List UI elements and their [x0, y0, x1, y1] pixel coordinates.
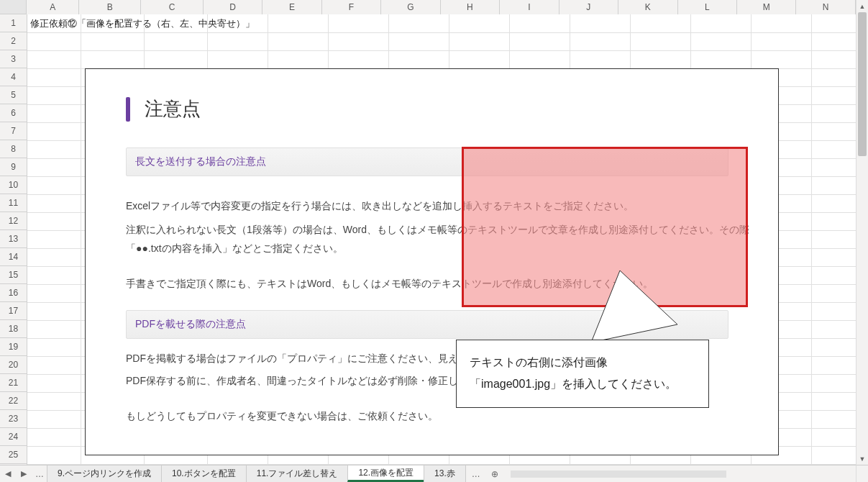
- row-header-12[interactable]: 12: [0, 212, 27, 230]
- row-header-24[interactable]: 24: [0, 428, 27, 446]
- tab-nav-prev[interactable]: ◀: [0, 465, 16, 482]
- column-header-L[interactable]: L: [678, 0, 737, 14]
- callout-leader-line: [591, 270, 706, 350]
- sheet-tab-bar: ◀ ▶ … 9.ページ内リンクを作成10.ボタンを配置11.ファイル差し替え12…: [0, 465, 856, 482]
- row-header-4[interactable]: 4: [0, 68, 27, 86]
- column-header-H[interactable]: H: [441, 0, 500, 14]
- svg-marker-0: [591, 270, 677, 342]
- row-header-3[interactable]: 3: [0, 50, 27, 68]
- row-header-14[interactable]: 14: [0, 248, 27, 266]
- sheet-tab-1[interactable]: 10.ボタンを配置: [161, 465, 247, 482]
- callout-line-1: テキストの右側に添付画像: [470, 352, 695, 373]
- sheet-tab-2[interactable]: 11.ファイル差し替え: [246, 465, 349, 482]
- row-header-18[interactable]: 18: [0, 320, 27, 338]
- cells-canvas[interactable]: 修正依頼⑫「画像を配置する（右、左、中央寄せ）」 注意点 長文を送付する場合の注…: [27, 14, 856, 465]
- row-header-17[interactable]: 17: [0, 302, 27, 320]
- callout-box[interactable]: テキストの右側に添付画像 「image001.jpg」を挿入してください。: [456, 340, 709, 408]
- horizontal-scrollbar[interactable]: [503, 465, 856, 482]
- row-header-16[interactable]: 16: [0, 284, 27, 302]
- add-sheet-button[interactable]: ⊕: [486, 465, 503, 482]
- column-header-I[interactable]: I: [500, 0, 559, 14]
- column-headers: ABCDEFGHIJKLMN: [0, 0, 856, 14]
- row-header-11[interactable]: 11: [0, 194, 27, 212]
- column-header-N[interactable]: N: [796, 0, 855, 14]
- workbook: ABCDEFGHIJKLMN 1234567891011121314151617…: [0, 0, 868, 482]
- column-header-A[interactable]: A: [27, 0, 79, 14]
- doc-heading: 注意点: [126, 96, 757, 122]
- heading-accent-bar: [126, 97, 130, 122]
- row-header-7[interactable]: 7: [0, 122, 27, 140]
- column-header-K[interactable]: K: [618, 0, 677, 14]
- row-header-6[interactable]: 6: [0, 104, 27, 122]
- scroll-thumb[interactable]: [858, 12, 867, 156]
- scroll-track[interactable]: [856, 12, 868, 453]
- column-header-G[interactable]: G: [381, 0, 440, 14]
- heading-text: 注意点: [145, 96, 201, 122]
- column-header-C[interactable]: C: [141, 0, 203, 14]
- gridline-v: [811, 14, 812, 465]
- vertical-scrollbar[interactable]: ▲ ▼: [856, 0, 868, 465]
- sheet-tab-0[interactable]: 9.ページ内リンクを作成: [47, 465, 162, 482]
- row-header-10[interactable]: 10: [0, 176, 27, 194]
- row-header-5[interactable]: 5: [0, 86, 27, 104]
- row-headers: 1234567891011121314151617181920212223242…: [0, 14, 27, 465]
- row-header-20[interactable]: 20: [0, 356, 27, 374]
- paragraph-6: もしどうしてもプロパティを変更できない場合は、ご依頼ください。: [126, 406, 757, 426]
- scroll-corner: [856, 465, 868, 482]
- row-header-15[interactable]: 15: [0, 266, 27, 284]
- row-header-22[interactable]: 22: [0, 392, 27, 410]
- cell-A1-text: 修正依頼⑫「画像を配置する（右、左、中央寄せ）」: [30, 17, 255, 30]
- row-header-1[interactable]: 1: [0, 14, 27, 32]
- column-header-B[interactable]: B: [79, 0, 141, 14]
- row-header-9[interactable]: 9: [0, 158, 27, 176]
- tab-nav-dots-left[interactable]: …: [32, 465, 47, 482]
- column-header-F[interactable]: F: [322, 0, 381, 14]
- row-header-25[interactable]: 25: [0, 446, 27, 464]
- column-header-D[interactable]: D: [204, 0, 262, 14]
- select-all-corner[interactable]: [0, 0, 27, 14]
- row-header-2[interactable]: 2: [0, 32, 27, 50]
- scroll-down-button[interactable]: ▼: [856, 453, 868, 465]
- row-header-21[interactable]: 21: [0, 374, 27, 392]
- row-header-13[interactable]: 13: [0, 230, 27, 248]
- column-header-J[interactable]: J: [559, 0, 618, 14]
- gridline-v: [81, 14, 81, 465]
- tab-nav-next[interactable]: ▶: [16, 465, 32, 482]
- tab-overflow-dots[interactable]: …: [466, 465, 486, 482]
- column-header-E[interactable]: E: [262, 0, 321, 14]
- scroll-up-button[interactable]: ▲: [856, 0, 868, 12]
- hscroll-track[interactable]: [511, 470, 726, 478]
- sheet-tab-3[interactable]: 12.画像を配置: [347, 465, 424, 482]
- grid-area: ABCDEFGHIJKLMN 1234567891011121314151617…: [0, 0, 856, 465]
- gridline-h: [27, 32, 856, 33]
- row-header-19[interactable]: 19: [0, 338, 27, 356]
- gridline-h: [27, 50, 856, 51]
- row-header-23[interactable]: 23: [0, 410, 27, 428]
- column-header-M[interactable]: M: [737, 0, 796, 14]
- sheet-tab-4[interactable]: 13.赤: [424, 465, 466, 482]
- callout-line-2: 「image001.jpg」を挿入してください。: [470, 373, 695, 395]
- row-header-8[interactable]: 8: [0, 140, 27, 158]
